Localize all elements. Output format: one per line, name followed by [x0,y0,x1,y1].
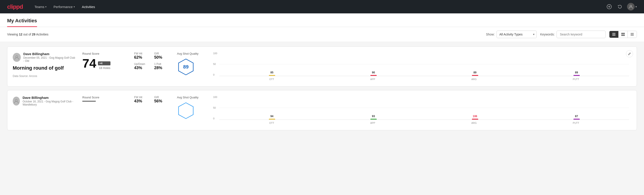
bar-arg-value: 89 [474,71,476,74]
add-icon[interactable] [606,3,613,10]
performance-chevron-icon: ▾ [74,6,75,8]
score-holes: 18 Holes [99,66,110,70]
shot-metrics-section: FW Hit 62% GIR 50% Up/Down 43% 1 Putt 28… [134,52,170,70]
svg-rect-13 [630,34,634,35]
svg-rect-11 [630,33,634,34]
show-filter-group: Show: All Activity Types Rounds Practice… [486,30,537,38]
svg-marker-18 [178,103,193,118]
card-user-info-2: Dave Billingham October 16, 2021 - Gog M… [13,96,75,109]
x2-label-arg: ARG [471,122,477,124]
avg-shot-quality-label: Avg Shot Quality [177,52,198,55]
refresh-icon[interactable] [616,3,624,10]
round-score-label-2: Round Score [82,96,127,99]
avatar [627,3,635,10]
bar-chart-section-2: 100 50 0 94 93 [211,96,631,125]
svg-rect-9 [622,34,623,36]
user-info-2: Dave Billingham October 16, 2021 - Gog M… [13,96,75,106]
list-detail-view-button[interactable] [628,31,637,38]
round-score-display: 74 +4 18 Holes [82,57,127,70]
chart-area-2: 94 93 106 87 [219,96,629,120]
keywords-label: Keywords: [540,32,555,36]
user-info: Dave Billingham December 05, 2021 - Gog … [13,52,75,62]
grid-view-button[interactable] [618,31,628,38]
x-label-arg: ARG [471,78,477,80]
x-label-ott: OTT [269,78,274,80]
x-label-app: APP [370,78,375,80]
teams-chevron-icon: ▾ [45,6,46,8]
svg-rect-6 [612,35,616,36]
score-value: 74 [82,57,96,70]
viewing-count-text: Viewing 12 out of 29 Activities [7,32,482,36]
hexagon-display: 89 [177,58,195,76]
nav-right: ▾ [606,3,637,10]
round-score-label: Round Score [82,52,127,55]
bar-arg: 89 [472,71,478,76]
user-name: Dave Billingham [24,52,75,56]
bar2-arg: 106 [472,115,478,120]
avg-shot-quality-section-2: Avg Shot Quality [177,96,204,120]
nav-activities[interactable]: Activities [79,3,98,10]
metric-fw-hit-2: FW Hit 43% [134,96,150,104]
app-logo[interactable]: clippd [7,3,23,10]
bar-putt: 89 [574,71,580,76]
hexagon-display-2 [177,102,195,120]
avg-shot-quality-label-2: Avg Shot Quality [177,96,198,99]
x2-label-putt: PUTT [573,122,579,124]
svg-point-17 [16,99,18,101]
score-placeholder [82,101,96,102]
svg-rect-12 [630,34,634,34]
y-label-0: 0 [213,74,217,76]
main-content: Dave Billingham December 05, 2021 - Gog … [0,42,644,135]
data-source: Data Source: Arccos [13,74,75,78]
list-compact-view-button[interactable] [610,31,618,38]
activity-card-2: Dave Billingham October 16, 2021 - Gog M… [7,90,637,130]
user-date-2: October 16, 2021 - Gog Magog Golf Club -… [22,100,75,106]
activity-type-select[interactable]: All Activity Types Rounds Practice [496,30,537,38]
search-input[interactable] [556,30,606,38]
avatar-chevron-icon: ▾ [636,5,637,8]
x2-label-ott: OTT [269,122,274,124]
bar-app: 90 [370,71,377,76]
keywords-filter-group: Keywords: [540,30,606,38]
metric-1-putt: 1 Putt 28% [154,62,170,70]
svg-rect-4 [612,33,616,34]
bar-putt-value: 89 [575,71,578,74]
metrics-grid: FW Hit 62% GIR 50% Up/Down 43% 1 Putt 28… [134,52,170,70]
svg-rect-14 [630,36,634,36]
bar2-ott-value: 94 [270,115,273,118]
y-label-50: 50 [213,63,217,65]
bar-chart-section: 100 50 0 85 [211,52,631,81]
user-avatar-button[interactable]: ▾ [627,3,637,10]
metric-fw-hit: FW Hit 62% [134,52,150,60]
metric-gir-2: GIR 56% [154,96,170,104]
y2-label-50: 50 [213,106,217,109]
round-score-section-2: Round Score [82,96,127,102]
metric-up-down: Up/Down 43% [134,62,150,70]
score-badge: +4 [98,61,110,65]
bar2-putt: 87 [574,115,580,120]
viewing-count: 12 [19,32,22,36]
viewing-total: 29 [32,32,36,36]
view-toggle-buttons [609,31,637,38]
activity-type-select-wrapper: All Activity Types Rounds Practice ▾ [496,30,537,38]
svg-rect-5 [612,34,616,34]
svg-rect-8 [623,33,624,34]
nav-teams[interactable]: Teams ▾ [32,3,49,10]
page-title: My Activities [7,14,37,27]
svg-point-3 [630,5,632,7]
activity-card: Dave Billingham December 05, 2021 - Gog … [7,46,637,86]
avg-shot-quality-section: Avg Shot Quality 89 [177,52,204,76]
bar2-app-value: 93 [372,115,375,118]
show-label: Show: [486,32,495,36]
filter-bar: Viewing 12 out of 29 Activities Show: Al… [0,27,644,42]
user-date: December 05, 2021 - Gog Magog Golf Club … [24,56,75,62]
bar2-ott: 94 [269,115,275,120]
user-avatar-2 [13,96,20,106]
y-label-100: 100 [213,52,217,55]
svg-point-15 [16,56,18,58]
hexagon-2 [177,102,195,120]
nav-performance[interactable]: Performance ▾ [51,3,78,10]
shot-metrics-section-2: FW Hit 43% GIR 56% [134,96,170,104]
svg-rect-7 [622,33,623,34]
bar2-arg-value: 106 [472,115,477,118]
